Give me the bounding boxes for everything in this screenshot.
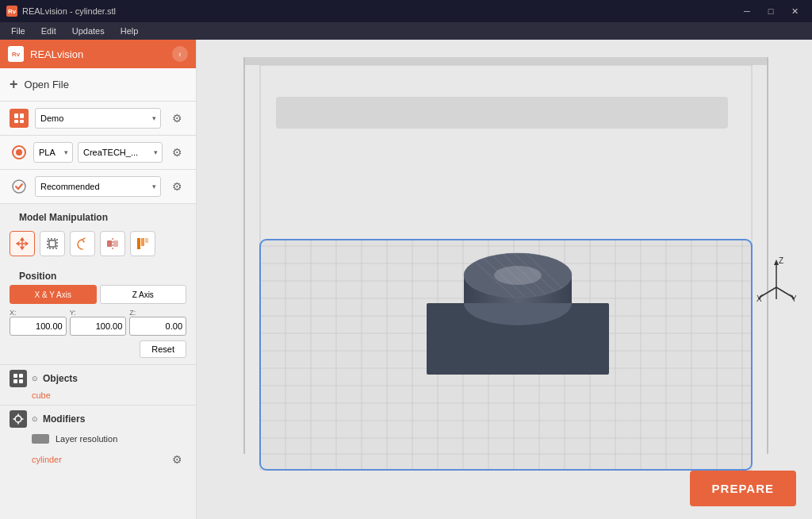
material-icon (10, 143, 29, 162)
material-brand-select-wrapper[interactable]: CreaTECH_... ▾ (78, 142, 163, 163)
svg-rect-8 (49, 240, 56, 247)
mirror-tool-button[interactable] (100, 231, 125, 256)
modifiers-section-header: ⊙ Modifiers (10, 410, 186, 428)
material-type-select-wrapper[interactable]: PLA ABS PETG ▾ (33, 142, 73, 163)
position-inputs: X: Y: Z: (10, 309, 186, 336)
model-manipulation-label: Model Manipulation (10, 204, 186, 226)
window-title: REALvision - cylinder.stl (22, 6, 116, 16)
position-section: Position X & Y Axis Z Axis X: Y: Z: (0, 263, 196, 364)
material-type-select[interactable]: PLA ABS PETG (33, 142, 73, 163)
svg-line-86 (776, 287, 792, 297)
xy-axis-tab[interactable]: X & Y Axis (10, 285, 97, 304)
objects-section: ⊙ Objects cube (0, 364, 196, 405)
svg-rect-23 (244, 57, 768, 65)
modifier-gear-button[interactable]: ⚙ (167, 450, 186, 469)
z-input[interactable] (129, 317, 186, 336)
sidebar: Rv REALvision ‹ + Open File Demo (0, 40, 197, 519)
menu-help[interactable]: Help (114, 25, 145, 37)
objects-label: Objects (43, 373, 78, 384)
material-brand-select[interactable]: CreaTECH_... (78, 142, 163, 163)
quality-select[interactable]: Recommended Draft Fine (35, 176, 161, 197)
printer-scene-svg (197, 40, 812, 519)
menu-file[interactable]: File (5, 25, 32, 37)
modifiers-section: ⊙ Modifiers Layer resolution cylinder ⚙ (0, 405, 196, 474)
sidebar-header-left: Rv REALvision (8, 46, 83, 62)
y-input[interactable] (70, 317, 127, 336)
svg-rect-12 (137, 238, 140, 249)
sidebar-header: Rv REALvision ‹ (0, 40, 196, 68)
objects-chevron-icon[interactable]: ⊙ (32, 375, 38, 383)
z-position-field: Z: (129, 309, 186, 336)
model-manipulation-section: Model Manipulation (0, 204, 196, 263)
svg-line-89 (760, 287, 776, 297)
x-position-field: X: (10, 309, 67, 336)
plus-icon: + (10, 76, 18, 93)
menubar: File Edit Updates Help (0, 22, 812, 40)
svg-point-78 (494, 266, 542, 285)
move-tool-button[interactable] (10, 231, 35, 256)
objects-section-header: ⊙ Objects (10, 370, 186, 387)
profile-select[interactable]: Demo Profile 1 Profile 2 (35, 108, 161, 129)
maximize-button[interactable]: □ (760, 0, 782, 22)
svg-rect-0 (14, 113, 18, 118)
sidebar-collapse-button[interactable]: ‹ (172, 46, 188, 62)
svg-text:Y: Y (791, 294, 796, 303)
layers-tool-button[interactable] (130, 231, 155, 256)
rv-logo: Rv (8, 46, 24, 62)
z-label: Z: (129, 309, 186, 317)
open-file-row[interactable]: + Open File (0, 68, 196, 102)
modifiers-icon (10, 410, 27, 428)
position-label: Position (10, 263, 186, 285)
svg-rect-1 (20, 113, 24, 118)
quality-gear-button[interactable]: ⚙ (167, 177, 186, 196)
svg-rect-16 (19, 374, 23, 378)
model-manipulation-tools (10, 231, 186, 256)
svg-rect-3 (20, 120, 24, 123)
open-file-label: Open File (25, 79, 69, 90)
y-position-field: Y: (70, 309, 127, 336)
rotate-tool-button[interactable] (70, 231, 95, 256)
app-icon: Rv (6, 6, 17, 17)
y-label: Y: (70, 309, 127, 317)
prepare-button[interactable]: PREPARE (690, 471, 796, 506)
svg-text:X: X (756, 294, 762, 303)
svg-text:Z: Z (779, 256, 783, 265)
profile-row: Demo Profile 1 Profile 2 ▾ ⚙ (0, 102, 196, 136)
titlebar-left: Rv REALvision - cylinder.stl (6, 6, 116, 17)
close-button[interactable]: ✕ (783, 0, 806, 22)
sidebar-brand: REALvision (30, 48, 83, 60)
svg-rect-18 (19, 379, 23, 383)
axes-indicator: Z Y X (756, 256, 796, 303)
profile-gear-button[interactable]: ⚙ (167, 109, 186, 128)
modifiers-label: Modifiers (43, 413, 85, 425)
titlebar: Rv REALvision - cylinder.stl ─ □ ✕ (0, 0, 812, 22)
z-axis-tab[interactable]: Z Axis (100, 285, 187, 304)
material-gear-button[interactable]: ⚙ (167, 143, 186, 162)
svg-rect-10 (113, 240, 118, 247)
x-label: X: (10, 309, 67, 317)
minimize-button[interactable]: ─ (736, 0, 758, 22)
quality-select-wrapper[interactable]: Recommended Draft Fine ▾ (35, 176, 161, 197)
object-cube-item[interactable]: cube (10, 390, 186, 400)
svg-rect-15 (13, 374, 17, 378)
menu-edit[interactable]: Edit (35, 25, 63, 37)
svg-point-5 (16, 149, 22, 156)
svg-rect-17 (13, 379, 17, 383)
profile-icon (10, 109, 29, 128)
modifier-item-name[interactable]: cylinder (32, 455, 62, 464)
scale-tool-button[interactable] (40, 231, 65, 256)
objects-icon (10, 370, 27, 387)
position-tabs: X & Y Axis Z Axis (10, 285, 186, 304)
main-layout: Rv REALvision ‹ + Open File Demo (0, 40, 812, 519)
viewport[interactable]: Z Y X PREPARE (197, 40, 812, 519)
svg-rect-26 (276, 97, 728, 129)
profile-select-wrapper[interactable]: Demo Profile 1 Profile 2 ▾ (35, 108, 161, 129)
menu-updates[interactable]: Updates (66, 25, 111, 37)
quality-row: Recommended Draft Fine ▾ ⚙ (0, 170, 196, 204)
modifier-name-label: Layer resolution (56, 434, 117, 444)
svg-rect-14 (145, 238, 148, 243)
x-input[interactable] (10, 317, 67, 336)
modifiers-chevron-icon[interactable]: ⊙ (32, 415, 38, 423)
reset-button[interactable]: Reset (140, 340, 186, 358)
layer-resolution-modifier: Layer resolution (10, 431, 186, 447)
